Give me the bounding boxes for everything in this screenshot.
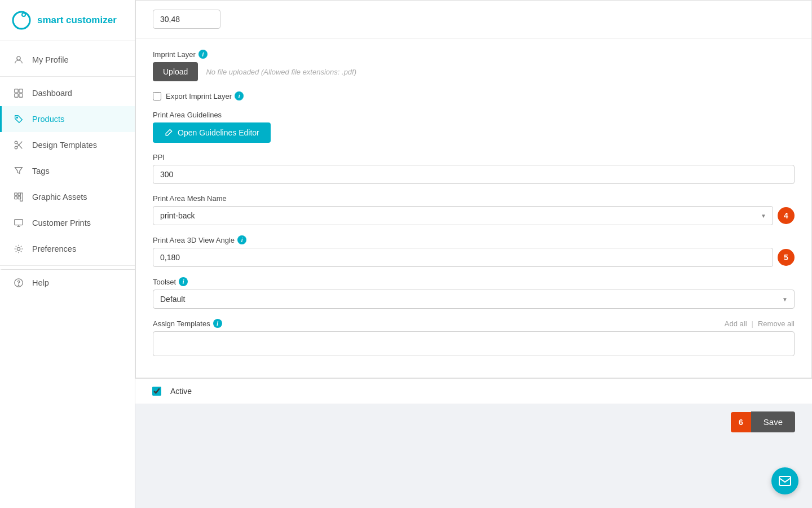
svg-rect-17 bbox=[15, 193, 23, 201]
toolset-label: Toolset i bbox=[153, 277, 795, 286]
toolset-select[interactable]: Default Advanced Minimal bbox=[153, 290, 795, 309]
view-angle-badge: 5 bbox=[778, 249, 795, 266]
tag-icon bbox=[13, 113, 24, 125]
open-guidelines-editor-button[interactable]: Open Guidelines Editor bbox=[153, 122, 271, 143]
view-angle-input[interactable]: 0,180 bbox=[153, 248, 773, 267]
upload-button[interactable]: Upload bbox=[153, 62, 198, 81]
assign-templates-links: Add all | Remove all bbox=[725, 319, 795, 328]
sidebar-item-preferences[interactable]: Preferences bbox=[0, 236, 135, 262]
sidebar-item-customer-prints[interactable]: Customer Prints bbox=[0, 210, 135, 236]
save-bar: 6 Save bbox=[135, 404, 812, 440]
pencil-icon bbox=[164, 128, 173, 137]
toolset-info-icon[interactable]: i bbox=[179, 277, 188, 286]
svg-rect-25 bbox=[779, 476, 791, 485]
active-label: Active bbox=[170, 387, 192, 396]
imprint-layer-label: Imprint Layer i bbox=[153, 50, 795, 59]
grid-icon bbox=[13, 191, 24, 203]
sidebar-label-customer-prints: Customer Prints bbox=[32, 218, 91, 227]
sidebar-item-help[interactable]: Help bbox=[0, 269, 135, 296]
sidebar-nav: My Profile Dashboard bbox=[0, 41, 135, 508]
sidebar-label-preferences: Preferences bbox=[32, 244, 76, 253]
form-card: Imprint Layer i Upload No file uploaded … bbox=[135, 38, 812, 378]
sidebar-label-my-profile: My Profile bbox=[32, 55, 68, 64]
sidebar-label-tags: Tags bbox=[32, 167, 50, 176]
svg-rect-13 bbox=[15, 193, 17, 196]
assign-templates-input[interactable] bbox=[153, 331, 795, 356]
form-body: Imprint Layer i Upload No file uploaded … bbox=[136, 38, 811, 378]
export-imprint-checkbox[interactable] bbox=[153, 92, 161, 100]
svg-rect-19 bbox=[15, 220, 23, 225]
guidelines-group: Print Area Guidelines Open Guidelines Ed… bbox=[153, 111, 795, 143]
save-button[interactable]: Save bbox=[751, 411, 795, 432]
scissors-icon bbox=[13, 139, 24, 151]
view-angle-group: Print Area 3D View Angle i 0,180 5 bbox=[153, 235, 795, 267]
dashboard-icon bbox=[13, 87, 24, 99]
save-controls: 6 Save bbox=[731, 411, 795, 432]
gear-icon bbox=[13, 243, 24, 255]
assign-divider: | bbox=[752, 319, 753, 328]
sidebar-label-design-templates: Design Templates bbox=[32, 141, 97, 150]
add-all-link[interactable]: Add all bbox=[725, 319, 747, 328]
export-imprint-label: Export Imprint Layer i bbox=[166, 91, 244, 100]
mesh-name-label: Print Area Mesh Name bbox=[153, 194, 795, 203]
assign-templates-group: Assign Templates i Add all | Remove all bbox=[153, 319, 795, 356]
sidebar-item-tags[interactable]: Tags bbox=[0, 158, 135, 184]
logo-area: smart customizer bbox=[0, 0, 135, 41]
guidelines-label: Print Area Guidelines bbox=[153, 111, 795, 119]
logo-icon bbox=[11, 10, 32, 30]
sidebar-item-graphic-assets[interactable]: Graphic Assets bbox=[0, 184, 135, 210]
nav-divider-1 bbox=[0, 76, 135, 77]
svg-rect-18 bbox=[20, 193, 23, 201]
mesh-name-group: Print Area Mesh Name print-back print-fr… bbox=[153, 194, 795, 225]
view-angle-label: Print Area 3D View Angle i bbox=[153, 235, 795, 244]
user-icon bbox=[13, 54, 24, 65]
export-imprint-row: Export Imprint Layer i bbox=[153, 91, 795, 100]
help-icon bbox=[13, 277, 24, 288]
export-imprint-info-icon[interactable]: i bbox=[235, 91, 244, 100]
sidebar: smart customizer My Profile bbox=[0, 0, 135, 508]
main-content: 30,48 Imprint Layer i Upload No file upl… bbox=[135, 0, 812, 508]
sidebar-item-dashboard[interactable]: Dashboard bbox=[0, 80, 135, 106]
svg-point-8 bbox=[16, 117, 17, 118]
app-name: smart customizer bbox=[37, 15, 117, 26]
email-icon bbox=[778, 474, 792, 488]
chat-bubble[interactable] bbox=[771, 467, 798, 494]
svg-rect-6 bbox=[15, 94, 18, 97]
mesh-select-row: print-back print-front print-left print-… bbox=[153, 206, 795, 225]
assign-templates-info-icon[interactable]: i bbox=[213, 319, 222, 328]
mesh-name-select[interactable]: print-back print-front print-left print-… bbox=[153, 206, 773, 225]
imprint-layer-group: Imprint Layer i Upload No file uploaded … bbox=[153, 50, 795, 81]
view-angle-input-row: 0,180 5 bbox=[153, 248, 795, 267]
upload-row: Upload No file uploaded (Allowed file ex… bbox=[153, 62, 795, 81]
partial-value-input[interactable]: 30,48 bbox=[153, 10, 220, 29]
sidebar-label-graphic-assets: Graphic Assets bbox=[32, 192, 87, 202]
sidebar-item-products[interactable]: Products bbox=[0, 106, 135, 132]
sidebar-label-products: Products bbox=[32, 115, 64, 124]
mesh-badge: 4 bbox=[778, 207, 795, 224]
sidebar-item-my-profile[interactable]: My Profile bbox=[0, 47, 135, 73]
active-checkbox[interactable] bbox=[152, 387, 161, 396]
sidebar-label-help: Help bbox=[32, 278, 49, 287]
filter-icon bbox=[13, 165, 24, 177]
remove-all-link[interactable]: Remove all bbox=[758, 319, 795, 328]
nav-divider-2 bbox=[0, 265, 135, 266]
upload-hint: No file uploaded (Allowed file extension… bbox=[206, 68, 356, 76]
assign-templates-header: Assign Templates i Add all | Remove all bbox=[153, 319, 795, 328]
view-angle-info-icon[interactable]: i bbox=[237, 235, 246, 244]
toolset-select-wrapper: Default Advanced Minimal bbox=[153, 290, 795, 309]
mesh-select-wrapper: print-back print-front print-left print-… bbox=[153, 206, 773, 225]
ppi-input[interactable]: 300 bbox=[153, 165, 795, 184]
svg-point-0 bbox=[13, 12, 30, 29]
svg-rect-4 bbox=[15, 89, 18, 93]
imprint-layer-info-icon[interactable]: i bbox=[198, 50, 208, 59]
ppi-label: PPI bbox=[153, 153, 795, 161]
toolset-group: Toolset i Default Advanced Minimal bbox=[153, 277, 795, 309]
svg-rect-15 bbox=[15, 196, 17, 199]
bottom-bar: Active bbox=[135, 378, 812, 404]
monitor-icon bbox=[13, 217, 24, 229]
svg-rect-5 bbox=[19, 89, 23, 93]
sidebar-item-design-templates[interactable]: Design Templates bbox=[0, 132, 135, 158]
ppi-group: PPI 300 bbox=[153, 153, 795, 184]
svg-point-24 bbox=[18, 285, 19, 286]
svg-point-22 bbox=[17, 247, 20, 250]
